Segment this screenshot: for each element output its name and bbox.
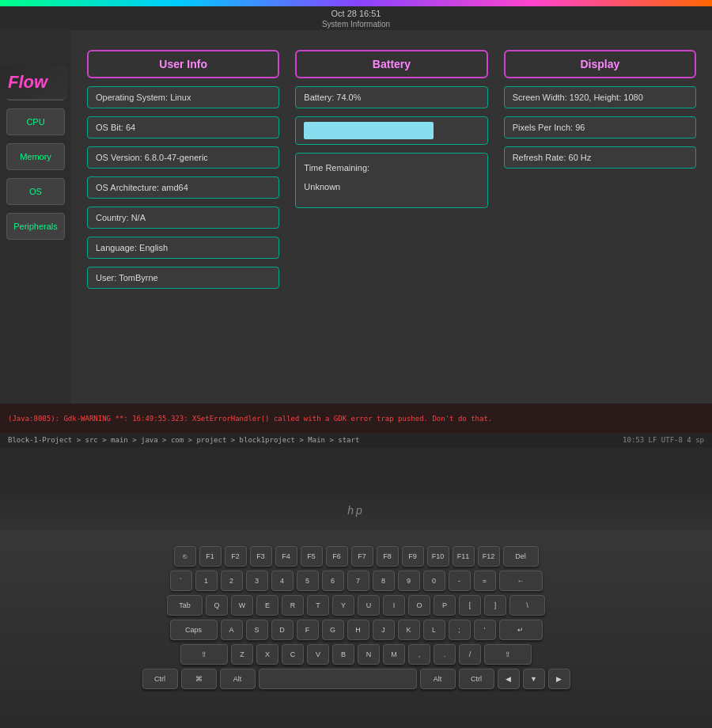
key-r[interactable]: R bbox=[282, 595, 304, 616]
user-item: User: TomByrne bbox=[87, 267, 279, 289]
key-2[interactable]: 2 bbox=[221, 571, 243, 591]
key-x[interactable]: X bbox=[256, 644, 278, 665]
key-quote[interactable]: ' bbox=[474, 620, 496, 640]
flow-label: Flow bbox=[0, 66, 67, 99]
key-f4[interactable]: F4 bbox=[275, 546, 297, 567]
key-f9[interactable]: F9 bbox=[402, 546, 424, 567]
key-v[interactable]: V bbox=[307, 644, 329, 665]
key-b[interactable]: B bbox=[332, 644, 354, 665]
sidebar-item-cpu[interactable]: CPU bbox=[6, 108, 65, 135]
user-info-title: User Info bbox=[87, 50, 279, 78]
key-shift-left[interactable]: ⇧ bbox=[180, 644, 228, 665]
key-slash[interactable]: / bbox=[459, 644, 481, 665]
os-item: Operating System: Linux bbox=[87, 86, 279, 108]
key-f12[interactable]: F12 bbox=[478, 546, 500, 567]
key-backtick[interactable]: ` bbox=[170, 571, 192, 591]
sidebar-item-os[interactable]: OS bbox=[6, 178, 65, 205]
key-f2[interactable]: F2 bbox=[225, 546, 247, 567]
menu-bar: Oct 28 16:51 System Information bbox=[0, 6, 712, 30]
key-f10[interactable]: F10 bbox=[427, 546, 449, 567]
key-f8[interactable]: F8 bbox=[377, 546, 399, 567]
key-lbracket[interactable]: [ bbox=[459, 595, 481, 616]
key-space[interactable] bbox=[259, 669, 417, 689]
key-f1[interactable]: F1 bbox=[199, 546, 222, 567]
asdf-row: Caps A S D F G H J K L ; ' ↵ bbox=[24, 620, 688, 640]
key-j[interactable]: J bbox=[373, 620, 395, 640]
key-y[interactable]: Y bbox=[332, 595, 354, 616]
key-l[interactable]: L bbox=[423, 620, 445, 640]
key-f3[interactable]: F3 bbox=[250, 546, 272, 567]
battery-bar bbox=[304, 122, 434, 139]
key-enter[interactable]: ↵ bbox=[499, 620, 543, 640]
key-f6[interactable]: F6 bbox=[326, 546, 348, 567]
key-rbracket[interactable]: ] bbox=[484, 595, 506, 616]
key-i[interactable]: I bbox=[383, 595, 405, 616]
battery-title: Battery bbox=[295, 50, 487, 78]
key-shift-right[interactable]: ⇧ bbox=[484, 644, 532, 665]
key-ctrl-right[interactable]: Ctrl bbox=[459, 669, 494, 689]
key-f[interactable]: F bbox=[297, 620, 319, 640]
os-arch-item: OS Architecture: amd64 bbox=[87, 176, 279, 199]
rainbow-bar bbox=[0, 0, 712, 6]
key-minus[interactable]: - bbox=[449, 571, 471, 591]
key-5[interactable]: 5 bbox=[297, 571, 319, 591]
key-4[interactable]: 4 bbox=[271, 571, 294, 591]
qwerty-row: Tab Q W E R T Y U I O P [ ] \ bbox=[24, 595, 688, 616]
key-7[interactable]: 7 bbox=[347, 571, 369, 591]
key-n[interactable]: N bbox=[358, 644, 380, 665]
key-d[interactable]: D bbox=[271, 620, 294, 640]
key-backslash[interactable]: \ bbox=[509, 595, 545, 616]
key-8[interactable]: 8 bbox=[373, 571, 395, 591]
key-meta[interactable]: ⌘ bbox=[181, 669, 217, 689]
key-e[interactable]: E bbox=[256, 595, 278, 616]
key-1[interactable]: 1 bbox=[195, 571, 218, 591]
terminal-warning: (Java:8085): Gdk-WARNING **: 16:49:55.32… bbox=[0, 404, 712, 433]
key-caps[interactable]: Caps bbox=[170, 620, 218, 640]
key-0[interactable]: 0 bbox=[423, 571, 445, 591]
key-period[interactable]: . bbox=[434, 644, 456, 665]
key-esc[interactable]: ⎋ bbox=[174, 546, 196, 567]
sidebar-item-memory[interactable]: Memory bbox=[6, 143, 65, 170]
key-arrow-left[interactable]: ◀ bbox=[498, 669, 520, 689]
key-u[interactable]: U bbox=[358, 595, 380, 616]
key-f7[interactable]: F7 bbox=[351, 546, 373, 567]
key-k[interactable]: K bbox=[398, 620, 420, 640]
key-equals[interactable]: = bbox=[474, 571, 496, 591]
time-remaining-value: Unknown bbox=[304, 182, 479, 191]
key-arrow-right[interactable]: ▶ bbox=[548, 669, 570, 689]
sidebar-item-peripherals[interactable]: Peripherals bbox=[6, 213, 65, 240]
battery-panel: Battery Battery: 74.0% Time Remaining: U… bbox=[295, 50, 487, 427]
key-alt-left[interactable]: Alt bbox=[220, 669, 256, 689]
key-backspace[interactable]: ← bbox=[499, 571, 543, 591]
key-comma[interactable]: , bbox=[408, 644, 430, 665]
key-alt-right[interactable]: Alt bbox=[420, 669, 456, 689]
key-9[interactable]: 9 bbox=[398, 571, 420, 591]
display-panel: Display Screen Width: 1920, Height: 1080… bbox=[504, 50, 696, 427]
key-ctrl-left[interactable]: Ctrl bbox=[142, 669, 178, 689]
key-tab[interactable]: Tab bbox=[167, 595, 203, 616]
key-z[interactable]: Z bbox=[231, 644, 253, 665]
os-bit-item: OS Bit: 64 bbox=[87, 116, 279, 138]
key-6[interactable]: 6 bbox=[322, 571, 344, 591]
terminal-breadcrumb: Block-1-Project > src > main > java > co… bbox=[0, 433, 712, 447]
key-w[interactable]: W bbox=[231, 595, 253, 616]
key-arrow-down[interactable]: ▼ bbox=[523, 669, 545, 689]
key-c[interactable]: C bbox=[282, 644, 304, 665]
key-delete[interactable]: Del bbox=[503, 546, 539, 567]
key-f5[interactable]: F5 bbox=[301, 546, 323, 567]
key-f11[interactable]: F11 bbox=[453, 546, 475, 567]
key-o[interactable]: O bbox=[408, 595, 430, 616]
key-g[interactable]: G bbox=[322, 620, 344, 640]
key-h[interactable]: H bbox=[347, 620, 369, 640]
terminal-bar: (Java:8085): Gdk-WARNING **: 16:49:55.32… bbox=[0, 404, 712, 447]
key-q[interactable]: Q bbox=[206, 595, 228, 616]
key-s[interactable]: S bbox=[246, 620, 268, 640]
key-3[interactable]: 3 bbox=[246, 571, 268, 591]
key-p[interactable]: P bbox=[434, 595, 456, 616]
key-t[interactable]: T bbox=[307, 595, 329, 616]
os-version-item: OS Version: 6.8.0-47-generic bbox=[87, 146, 279, 169]
key-a[interactable]: A bbox=[221, 620, 243, 640]
key-semicolon[interactable]: ; bbox=[449, 620, 471, 640]
language-item: Language: English bbox=[87, 237, 279, 259]
key-m[interactable]: M bbox=[383, 644, 405, 665]
